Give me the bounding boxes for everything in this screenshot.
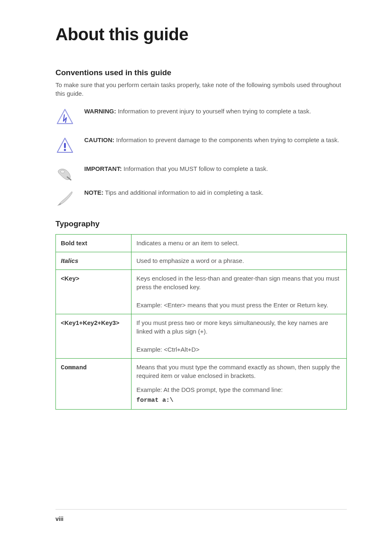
page: About this guide Conventions used in thi… bbox=[0, 0, 392, 555]
footer: viii bbox=[55, 516, 69, 522]
footer-rule bbox=[55, 509, 347, 510]
convention-desc: Information to prevent damage to the com… bbox=[114, 136, 339, 143]
table-row: <Key> Keys enclosed in the less-than and… bbox=[56, 269, 347, 314]
typography-section: Typography Bold text Indicates a menu or… bbox=[55, 219, 347, 410]
convention-row: NOTE: Tips and additional information to… bbox=[55, 188, 347, 208]
conventions-section: Conventions used in this guide To make s… bbox=[55, 68, 347, 208]
convention-text: NOTE: Tips and additional information to… bbox=[84, 188, 347, 197]
convention-label: NOTE: bbox=[84, 189, 104, 196]
convention-text: WARNING: Information to prevent injury t… bbox=[84, 107, 347, 116]
convention-label: IMPORTANT: bbox=[84, 165, 122, 172]
page-title: About this guide bbox=[55, 25, 347, 44]
typo-term: Italics bbox=[56, 252, 131, 269]
svg-point-1 bbox=[64, 149, 66, 151]
caution-icon bbox=[55, 136, 84, 155]
page-number: viii bbox=[55, 516, 63, 522]
important-icon bbox=[55, 164, 84, 184]
typo-term: Command bbox=[56, 358, 131, 409]
table-row: Command Means that you must type the com… bbox=[56, 358, 347, 409]
convention-row: IMPORTANT: Information that you MUST fol… bbox=[55, 164, 347, 184]
convention-label: WARNING: bbox=[84, 108, 116, 115]
convention-row: CAUTION: Information to prevent damage t… bbox=[55, 136, 347, 155]
svg-point-2 bbox=[60, 170, 65, 173]
typo-desc: If you must press two or more keys simul… bbox=[131, 314, 347, 358]
typo-desc: Used to emphasize a word or a phrase. bbox=[131, 252, 347, 269]
table-row: Italics Used to emphasize a word or a ph… bbox=[56, 252, 347, 269]
convention-desc: Information that you MUST follow to comp… bbox=[122, 165, 268, 172]
svg-rect-0 bbox=[64, 143, 66, 148]
typography-table: Bold text Indicates a menu or an item to… bbox=[55, 234, 347, 410]
typo-term: <Key> bbox=[56, 269, 131, 314]
convention-text: IMPORTANT: Information that you MUST fol… bbox=[84, 164, 347, 173]
convention-text: CAUTION: Information to prevent damage t… bbox=[84, 136, 347, 145]
conventions-sub: To make sure that you perform certain ta… bbox=[55, 81, 347, 98]
note-icon bbox=[55, 188, 84, 208]
typo-term: <Key1+Key2+Key3> bbox=[56, 314, 131, 358]
table-row: Bold text Indicates a menu or an item to… bbox=[56, 235, 347, 252]
table-row: <Key1+Key2+Key3> If you must press two o… bbox=[56, 314, 347, 358]
typo-desc: Indicates a menu or an item to select. bbox=[131, 235, 347, 252]
convention-desc: Information to prevent injury to yoursel… bbox=[116, 108, 311, 115]
convention-row: WARNING: Information to prevent injury t… bbox=[55, 107, 347, 127]
typo-desc: Means that you must type the command exa… bbox=[131, 358, 347, 409]
convention-label: CAUTION: bbox=[84, 136, 114, 143]
typo-desc: Keys enclosed in the less-than and great… bbox=[131, 269, 347, 314]
typography-heading: Typography bbox=[55, 219, 347, 228]
warning-icon bbox=[55, 107, 84, 127]
typo-term: Bold text bbox=[56, 235, 131, 252]
convention-desc: Tips and additional information to aid i… bbox=[104, 189, 263, 196]
conventions-heading: Conventions used in this guide bbox=[55, 68, 347, 77]
